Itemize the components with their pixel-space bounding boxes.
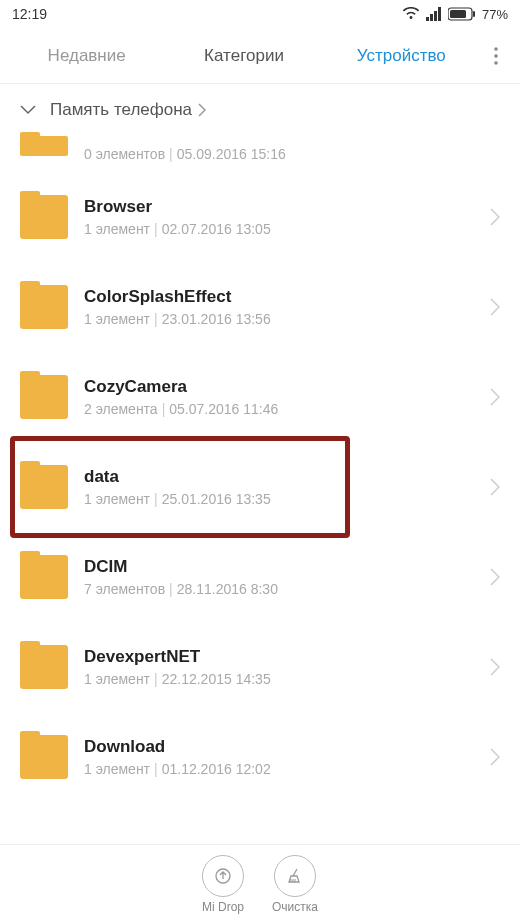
folder-text: CozyCamera 2 элемента|05.07.2016 11:46 — [84, 377, 474, 417]
list-item[interactable]: Browser 1 элемент|02.07.2016 13:05 — [0, 172, 520, 262]
chevron-right-icon — [490, 568, 500, 586]
chevron-right-icon — [198, 103, 206, 117]
folder-name: DevexpertNET — [84, 647, 474, 667]
folder-text: ColorSplashEffect 1 элемент|23.01.2016 1… — [84, 287, 474, 327]
folder-text: Browser 1 элемент|02.07.2016 13:05 — [84, 197, 474, 237]
broom-icon — [274, 855, 316, 897]
tab-bar: Недавние Категории Устройство — [0, 28, 520, 84]
folder-icon — [20, 195, 68, 239]
tab-recent[interactable]: Недавние — [8, 46, 165, 66]
folder-meta: 2 элемента|05.07.2016 11:46 — [84, 401, 474, 417]
folder-icon — [20, 735, 68, 779]
list-item[interactable]: DevexpertNET 1 элемент|22.12.2015 14:35 — [0, 622, 520, 712]
battery-percent: 77% — [482, 7, 508, 22]
list-item[interactable]: Download 1 элемент|01.12.2016 12:02 — [0, 712, 520, 802]
folder-icon — [20, 465, 68, 509]
status-bar: 12:19 77% — [0, 0, 520, 28]
tab-categories[interactable]: Категории — [165, 46, 322, 66]
chevron-right-icon — [490, 298, 500, 316]
svg-point-4 — [494, 54, 498, 58]
chevron-right-icon — [490, 388, 500, 406]
svg-point-3 — [494, 47, 498, 51]
folder-meta: 1 элемент|22.12.2015 14:35 — [84, 671, 474, 687]
folder-meta: 0 элементов|05.09.2016 15:16 — [84, 146, 286, 162]
more-menu-icon[interactable] — [480, 47, 512, 65]
status-icons: 77% — [402, 7, 508, 22]
folder-icon — [20, 285, 68, 329]
folder-text: data 1 элемент|25.01.2016 13:35 — [84, 467, 474, 507]
chevron-right-icon — [490, 658, 500, 676]
folder-meta: 1 элемент|01.12.2016 12:02 — [84, 761, 474, 777]
folder-list: 0 элементов|05.09.2016 15:16 Browser 1 э… — [0, 136, 520, 802]
wifi-icon — [402, 7, 420, 21]
folder-meta: 1 элемент|02.07.2016 13:05 — [84, 221, 474, 237]
folder-icon — [20, 136, 68, 156]
upload-icon — [202, 855, 244, 897]
folder-meta: 7 элементов|28.11.2016 8:30 — [84, 581, 474, 597]
clock: 12:19 — [12, 6, 47, 22]
folder-name: CozyCamera — [84, 377, 474, 397]
folder-name: data — [84, 467, 474, 487]
folder-icon — [20, 645, 68, 689]
folder-meta: 1 элемент|25.01.2016 13:35 — [84, 491, 474, 507]
list-item[interactable]: DCIM 7 элементов|28.11.2016 8:30 — [0, 532, 520, 622]
folder-icon — [20, 555, 68, 599]
svg-point-5 — [494, 61, 498, 65]
folder-icon — [20, 375, 68, 419]
chevron-right-icon — [490, 208, 500, 226]
battery-icon — [448, 7, 476, 21]
svg-rect-1 — [450, 10, 466, 18]
svg-rect-2 — [473, 11, 475, 17]
list-item-partial[interactable]: 0 элементов|05.09.2016 15:16 — [0, 136, 520, 172]
folder-meta: 1 элемент|23.01.2016 13:56 — [84, 311, 474, 327]
list-item[interactable]: data 1 элемент|25.01.2016 13:35 — [0, 442, 520, 532]
list-item[interactable]: ColorSplashEffect 1 элемент|23.01.2016 1… — [0, 262, 520, 352]
folder-text: Download 1 элемент|01.12.2016 12:02 — [84, 737, 474, 777]
folder-text: DevexpertNET 1 элемент|22.12.2015 14:35 — [84, 647, 474, 687]
bottom-bar: Mi Drop Очистка — [0, 844, 520, 924]
folder-name: Browser — [84, 197, 474, 217]
midrop-button[interactable]: Mi Drop — [202, 855, 244, 914]
cleanup-button[interactable]: Очистка — [272, 855, 318, 914]
chevron-down-icon — [20, 105, 36, 115]
tab-device[interactable]: Устройство — [323, 46, 480, 66]
breadcrumb[interactable]: Память телефона — [0, 84, 520, 136]
cleanup-label: Очистка — [272, 900, 318, 914]
chevron-right-icon — [490, 748, 500, 766]
folder-name: ColorSplashEffect — [84, 287, 474, 307]
signal-icon — [426, 7, 442, 21]
midrop-label: Mi Drop — [202, 900, 244, 914]
folder-name: Download — [84, 737, 474, 757]
chevron-right-icon — [490, 478, 500, 496]
breadcrumb-label: Память телефона — [50, 100, 192, 120]
folder-name: DCIM — [84, 557, 474, 577]
folder-text: DCIM 7 элементов|28.11.2016 8:30 — [84, 557, 474, 597]
list-item[interactable]: CozyCamera 2 элемента|05.07.2016 11:46 — [0, 352, 520, 442]
